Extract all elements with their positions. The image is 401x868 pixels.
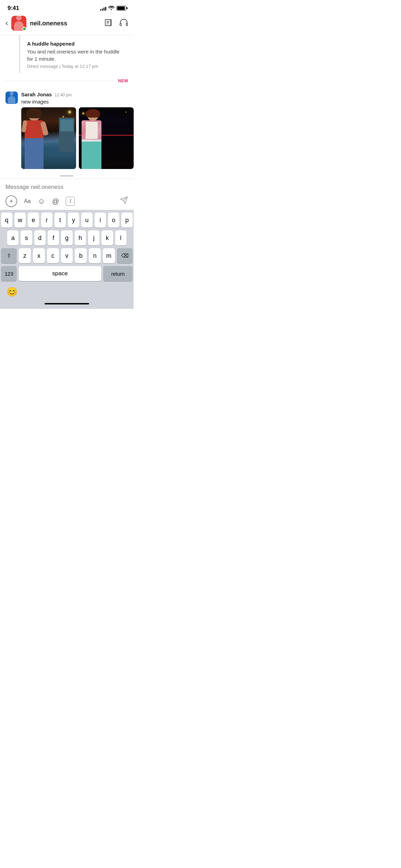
key-d[interactable]: d: [34, 230, 46, 245]
new-label: NEW: [118, 79, 129, 83]
message-images: [21, 107, 134, 169]
sender-avatar: [5, 92, 18, 104]
key-f[interactable]: f: [48, 230, 59, 245]
mention-button[interactable]: @: [52, 197, 59, 205]
key-a[interactable]: a: [7, 230, 19, 245]
message-time: 12:40 pm: [54, 93, 72, 97]
message-text: new images: [21, 99, 134, 105]
avatar: [11, 16, 26, 31]
key-o[interactable]: o: [108, 213, 119, 228]
emoji-picker-button[interactable]: ☺: [38, 197, 45, 206]
numbers-key[interactable]: 123: [1, 266, 17, 281]
key-t[interactable]: t: [54, 213, 66, 228]
keyboard-row-4: 123 space return: [1, 266, 133, 281]
key-p[interactable]: p: [121, 213, 133, 228]
chat-area: A huddle happened You and neil.oneness w…: [0, 35, 134, 172]
status-bar: 9:41: [0, 0, 134, 14]
message-image-1[interactable]: [21, 107, 76, 169]
key-b[interactable]: b: [75, 248, 87, 263]
headphone-icon[interactable]: [119, 19, 128, 28]
key-g[interactable]: g: [61, 230, 72, 245]
shift-key[interactable]: ⇧: [1, 248, 17, 263]
online-indicator: [22, 27, 26, 31]
keyboard-bottom: 😊: [1, 284, 133, 299]
input-area: + Aa ☺ @ /: [0, 179, 134, 210]
huddle-notice: A huddle happened You and neil.oneness w…: [19, 35, 128, 73]
key-l[interactable]: l: [115, 230, 126, 245]
key-m[interactable]: m: [103, 248, 115, 263]
key-z[interactable]: z: [19, 248, 31, 263]
status-icons: [100, 5, 126, 11]
format-button[interactable]: Aa: [24, 198, 31, 204]
return-key[interactable]: return: [103, 266, 133, 281]
key-s[interactable]: s: [21, 230, 32, 245]
signal-icon: [100, 6, 106, 11]
key-n[interactable]: n: [89, 248, 101, 263]
back-button[interactable]: ‹: [5, 19, 8, 28]
input-toolbar: + Aa ☺ @ /: [5, 195, 128, 207]
backspace-key[interactable]: ⌫: [117, 248, 133, 263]
message-content: Sarah Jonas 12:40 pm new images: [21, 92, 134, 169]
space-key[interactable]: space: [19, 266, 101, 281]
keyboard: q w e r t y u i o p a s d f g h j k l ⇧ …: [0, 210, 134, 309]
svg-rect-4: [120, 23, 121, 26]
message-image-2[interactable]: [79, 107, 134, 169]
notes-icon[interactable]: [104, 19, 112, 28]
keyboard-row-3: ⇧ z x c v b n m ⌫: [1, 248, 133, 263]
new-divider: NEW: [5, 79, 128, 83]
key-c[interactable]: c: [47, 248, 59, 263]
nav-header: ‹ neil.oneness: [0, 14, 134, 35]
key-v[interactable]: v: [61, 248, 73, 263]
huddle-meta: Direct message | Today at 12:17 pm: [27, 64, 121, 69]
key-j[interactable]: j: [88, 230, 99, 245]
key-h[interactable]: h: [75, 230, 86, 245]
home-bar: [45, 303, 89, 304]
keyboard-row-2: a s d f g h j k l: [1, 230, 133, 245]
key-y[interactable]: y: [68, 213, 79, 228]
key-x[interactable]: x: [33, 248, 45, 263]
key-k[interactable]: k: [101, 230, 113, 245]
key-q[interactable]: q: [1, 213, 12, 228]
key-e[interactable]: e: [28, 213, 39, 228]
status-time: 9:41: [8, 5, 19, 12]
wifi-icon: [108, 5, 114, 11]
user-name: neil.oneness: [30, 20, 104, 27]
home-indicator: [1, 299, 133, 309]
header-actions: [104, 19, 128, 28]
key-i[interactable]: i: [95, 213, 106, 228]
battery-icon: [117, 6, 126, 11]
send-button[interactable]: [120, 196, 128, 206]
key-r[interactable]: r: [41, 213, 52, 228]
keyboard-row-1: q w e r t y u i o p: [1, 213, 133, 228]
huddle-description: You and neil.oneness were in the huddle …: [27, 48, 121, 62]
message-row: Sarah Jonas 12:40 pm new images: [0, 89, 134, 172]
huddle-title: A huddle happened: [27, 41, 121, 47]
sheet-handle: [0, 172, 134, 179]
message-input[interactable]: [5, 182, 128, 192]
svg-rect-5: [126, 23, 127, 26]
add-button[interactable]: +: [5, 195, 17, 207]
message-sender: Sarah Jonas: [21, 92, 52, 97]
key-w[interactable]: w: [14, 213, 26, 228]
emoji-button[interactable]: 😊: [7, 287, 17, 297]
key-u[interactable]: u: [81, 213, 93, 228]
slash-command-button[interactable]: /: [66, 197, 75, 206]
